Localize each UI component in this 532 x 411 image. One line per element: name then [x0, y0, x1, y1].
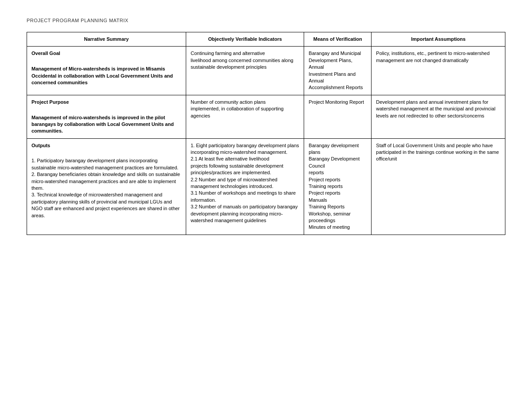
- col4-cell-0: Policy, institutions, etc., pertinent to…: [372, 47, 505, 95]
- col3-cell-1: Project Monitoring Report: [304, 95, 372, 138]
- page-title: PROJECT PROGRAM PLANNING MATRIX: [27, 18, 505, 23]
- header-col4: Important Assumptions: [372, 32, 505, 47]
- table-header-row: Narrative Summary Objectively Verifiable…: [27, 32, 505, 47]
- col2-cell-2: 1. Eight participatory barangay developm…: [186, 138, 304, 235]
- col2-cell-0: Continuing farming and alternative livel…: [186, 47, 304, 95]
- header-col3: Means of Verification: [304, 32, 372, 47]
- table-row: Overall GoalManagement of Micro-watershe…: [27, 47, 505, 95]
- col2-cell-1: Number of community action plans impleme…: [186, 95, 304, 138]
- col4-cell-2: Staff of Local Government Units and peop…: [372, 138, 505, 235]
- col3-cell-0: Barangay and Municipal Development Plans…: [304, 47, 372, 95]
- header-col1: Narrative Summary: [27, 32, 186, 47]
- col1-cell-0: Overall GoalManagement of Micro-watershe…: [27, 47, 186, 95]
- planning-matrix-table: Narrative Summary Objectively Verifiable…: [27, 32, 505, 235]
- header-col2: Objectively Verifiable Indicators: [186, 32, 304, 47]
- col1-cell-2: Outputs1. Participatory barangay develop…: [27, 138, 186, 235]
- col1-cell-1: Project PurposeManagement of micro-water…: [27, 95, 186, 138]
- col3-cell-2: Barangay development plans Barangay Deve…: [304, 138, 372, 235]
- table-row: Outputs1. Participatory barangay develop…: [27, 138, 505, 235]
- table-row: Project PurposeManagement of micro-water…: [27, 95, 505, 138]
- col4-cell-1: Development plans and annual investment …: [372, 95, 505, 138]
